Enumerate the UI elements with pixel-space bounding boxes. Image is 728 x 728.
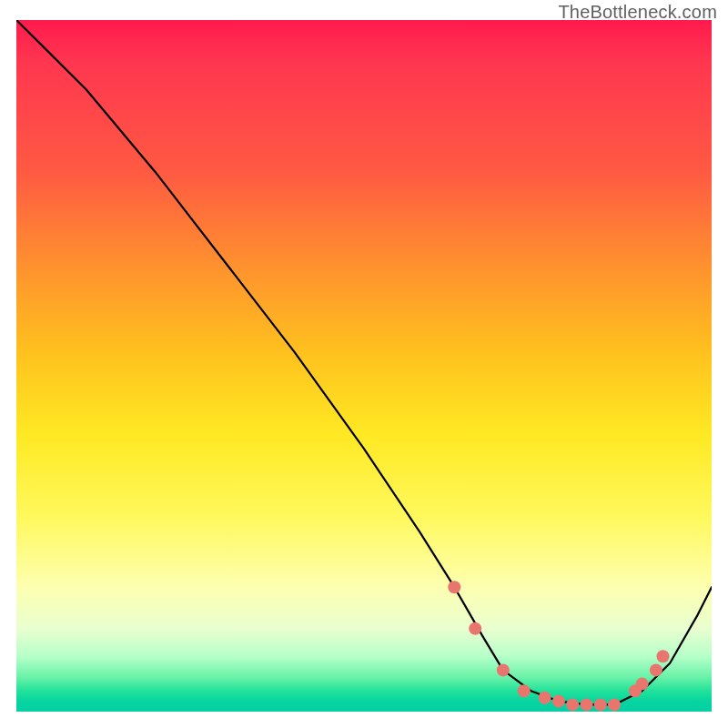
highlight-dot xyxy=(497,663,510,676)
bottleneck-curve xyxy=(16,20,712,704)
highlight-dots-group xyxy=(448,581,669,711)
highlight-dot xyxy=(469,622,481,635)
highlight-dot xyxy=(650,663,662,676)
highlight-dot xyxy=(657,650,670,662)
highlight-dot xyxy=(636,678,649,691)
highlight-dot xyxy=(539,692,551,704)
highlight-dot xyxy=(552,695,565,708)
highlight-dot xyxy=(581,698,593,711)
watermark-text: TheBottleneck.com xyxy=(558,2,717,23)
highlight-dot xyxy=(594,698,607,711)
highlight-dot xyxy=(566,698,579,711)
plot-area xyxy=(16,20,712,712)
curve-layer xyxy=(16,20,712,712)
highlight-dot xyxy=(608,698,621,711)
highlight-dot xyxy=(448,581,460,593)
highlight-dot xyxy=(518,684,531,697)
chart-container: TheBottleneck.com xyxy=(0,0,728,728)
